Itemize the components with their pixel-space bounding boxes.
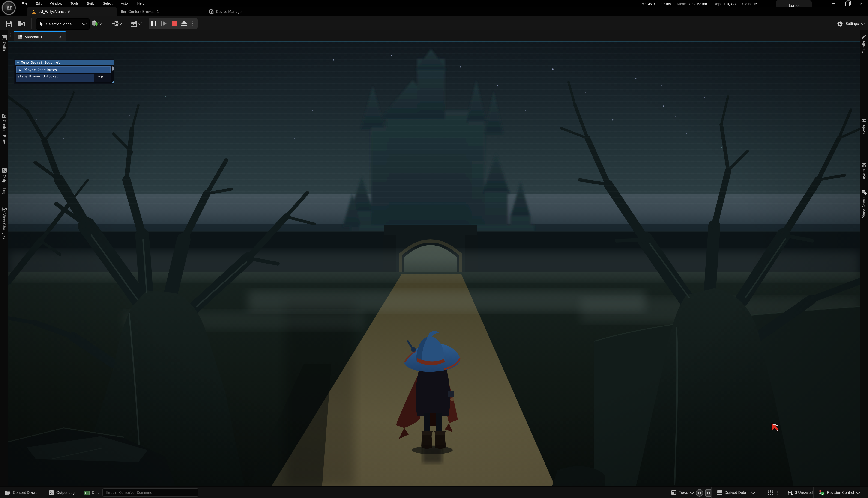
level-icon	[31, 10, 36, 14]
performance-stats: FPS: 45.0 / 22.2 ms Mem: 3,098.58 mb Obj…	[638, 0, 757, 8]
mem-value: 3,098.58 mb	[688, 2, 707, 6]
pause-button[interactable]	[149, 18, 159, 29]
menu-edit[interactable]: Edit	[31, 0, 46, 8]
rail-label: Output Log	[2, 175, 6, 194]
cinematics-button[interactable]	[128, 19, 143, 28]
character-reflection	[423, 446, 442, 463]
folder-search-icon	[1, 114, 7, 118]
memory-grid-icon[interactable]	[768, 490, 773, 495]
menu-actor[interactable]: Actor	[117, 0, 133, 8]
menu-select[interactable]: Select	[99, 0, 117, 8]
viewport-tab-bar: Viewport 1 ✕	[8, 30, 860, 41]
server-stack-icon	[717, 490, 722, 495]
blueprints-button[interactable]	[110, 19, 124, 28]
rail-tab-details[interactable]: Details	[860, 34, 868, 53]
settings-dropdown[interactable]: Settings	[837, 18, 864, 29]
selection-mode-dropdown[interactable]: Selection Mode	[36, 18, 90, 29]
derived-data-dropdown[interactable]: Derived Data	[714, 487, 757, 498]
rail-label: Levels	[862, 125, 866, 136]
content-drawer-label: Content Drawer	[13, 490, 39, 495]
add-actor-button[interactable]	[90, 19, 103, 28]
menu-window[interactable]: Window	[46, 0, 66, 8]
pie-options-button[interactable]	[189, 18, 196, 29]
unreal-logo-icon[interactable]: u	[2, 1, 16, 15]
tab-content-browser-label: Content Browser 1	[128, 10, 159, 14]
clapperboard-icon	[130, 20, 138, 27]
player-attributes-label: Player Attributes	[24, 68, 57, 72]
eject-button[interactable]	[179, 18, 189, 29]
fps-value: 45.0	[648, 2, 654, 6]
revision-control-icon	[819, 490, 825, 496]
tab-viewport-1[interactable]: Viewport 1 ✕	[14, 31, 65, 42]
viewport-scene	[8, 41, 860, 486]
save-button[interactable]	[4, 19, 14, 28]
outliner-icon	[2, 35, 7, 40]
rail-tab-outliner[interactable]: Outliner	[0, 35, 8, 56]
player-attributes-row[interactable]: ▶ Player Attributes	[16, 66, 111, 73]
content-drawer-button[interactable]: Content Drawer	[2, 487, 41, 498]
frametime-value: / 22.2 ms	[657, 2, 671, 6]
eject-icon	[181, 21, 187, 26]
main-toolbar: Selection Mode	[0, 16, 868, 31]
folder-search-icon	[18, 20, 25, 27]
tags-column-label: Tags	[94, 74, 111, 82]
viewport-active-border	[8, 41, 860, 42]
left-rail: Outliner Content Brow... Output Log Vi	[0, 30, 8, 486]
rail-tab-place-actors[interactable]: Place Actors	[860, 189, 868, 219]
trace-dropdown[interactable]: Trace	[668, 487, 696, 498]
debugger-scrollbar[interactable]	[112, 66, 114, 70]
rail-tab-levels[interactable]: Levels	[860, 118, 868, 136]
menu-tools[interactable]: Tools	[66, 0, 82, 8]
tab-content-browser[interactable]: Content Browser 1	[116, 8, 164, 16]
tab-level[interactable]: Lvl_WillysMansion*	[27, 8, 117, 16]
rail-tab-layers[interactable]: Layers	[860, 162, 868, 181]
kebab-menu-icon[interactable]	[776, 490, 777, 495]
trace-label: Trace	[679, 490, 688, 495]
menu-file[interactable]: File	[17, 0, 31, 8]
profiler-icon[interactable]	[696, 489, 703, 496]
chevron-down-icon	[137, 21, 142, 25]
gameplay-debugger-panel[interactable]: ▼ Mumo Secret Squirrel ▶ Player Attribut…	[14, 60, 114, 84]
close-icon[interactable]: ✕	[59, 35, 62, 39]
unsaved-button[interactable]: 3 Unsaved	[784, 487, 816, 498]
window-controls: ✕	[827, 0, 868, 8]
tab-device-manager[interactable]: Device Manager	[204, 8, 247, 16]
drag-handle-icon[interactable]	[10, 33, 12, 37]
frame-skip-button[interactable]	[159, 18, 169, 29]
details-pencil-icon	[861, 34, 866, 39]
right-rail: Details Levels Layers Place A	[860, 30, 868, 486]
objs-value: 119,333	[723, 2, 736, 6]
resize-grip[interactable]	[111, 81, 114, 83]
rail-tab-view-changes[interactable]: View Changes	[0, 207, 8, 239]
pie-controls	[149, 18, 197, 29]
rail-tab-content-browser[interactable]: Content Brow...	[0, 114, 8, 147]
game-viewport[interactable]: ▼ Mumo Secret Squirrel ▶ Player Attribut…	[8, 41, 860, 486]
status-bar: Content Drawer Output Log Cmd	[0, 486, 868, 498]
stalls-value: 16	[753, 2, 757, 6]
menu-help[interactable]: Help	[133, 0, 149, 8]
chevron-down-icon	[750, 490, 755, 494]
debugger-header[interactable]: ▼ Mumo Secret Squirrel	[15, 60, 114, 65]
console-command-input[interactable]	[102, 488, 199, 497]
rail-tab-output-log[interactable]: Output Log	[0, 168, 8, 194]
chevron-down-icon	[856, 490, 860, 494]
tab-device-manager-label: Device Manager	[216, 10, 243, 14]
output-log-button[interactable]: Output Log	[46, 487, 77, 498]
stalls-label: Stalls:	[742, 2, 752, 6]
close-button[interactable]: ✕	[854, 0, 868, 8]
revision-control-dropdown[interactable]: Revision Control	[816, 487, 862, 498]
menu-build[interactable]: Build	[82, 0, 99, 8]
browse-content-button[interactable]	[17, 19, 27, 28]
minimize-button[interactable]	[827, 0, 840, 8]
unsaved-label: 3 Unsaved	[795, 490, 813, 495]
restore-button[interactable]	[840, 0, 854, 8]
output-log-icon	[49, 490, 54, 495]
cloak-body	[416, 370, 450, 416]
stop-icon	[171, 21, 177, 26]
rail-label: Details	[862, 41, 866, 53]
stop-button[interactable]	[169, 18, 179, 29]
console-command-field[interactable]	[102, 488, 199, 497]
trace-icon	[671, 490, 676, 495]
viewport-grid-icon	[17, 35, 22, 39]
gameplay-tag-row: State.Player.Unlocked Tags	[16, 74, 111, 82]
